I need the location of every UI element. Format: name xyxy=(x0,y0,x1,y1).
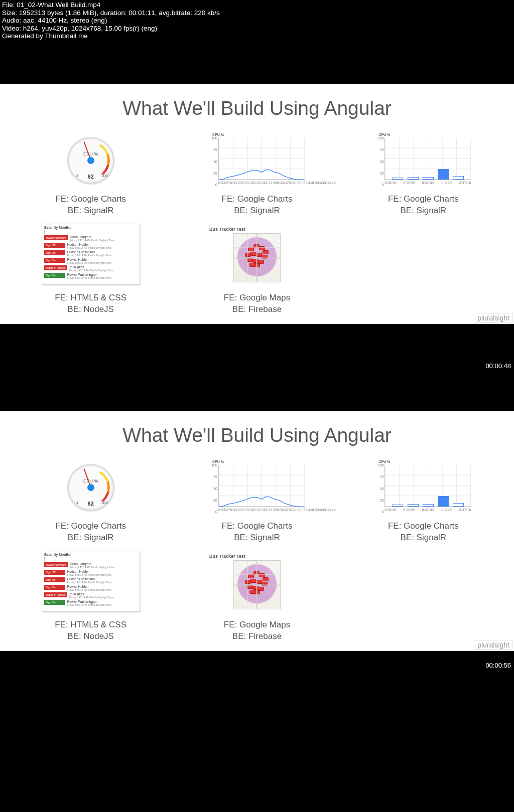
sec-badge: Invalid Password xyxy=(44,562,68,567)
gauge-value: 62 xyxy=(69,501,113,507)
chart-title: CPU % xyxy=(378,460,390,463)
bar-chart-thumbnail: CPU % 1007550250 8:3 xyxy=(348,460,499,515)
gauge-thumbnail: CPU % 0 100 62 xyxy=(15,133,166,188)
sec-sub: Friday 3:45:14 AM Pacific Daylight Time xyxy=(69,269,113,272)
sec-name: Hudson Presholton xyxy=(67,577,111,581)
gauge-label: CPU % xyxy=(69,151,113,156)
gauge-icon: CPU % 0 100 62 xyxy=(67,137,114,184)
map-thumbnail: Bus Tracker Test xyxy=(181,549,332,613)
card-fe-label: FE: Google Charts xyxy=(15,521,166,532)
line-chart: CPU % 1007550250 8:33:278:33:298:33:318:… xyxy=(207,134,307,187)
slide-title: What We'll Build Using Angular xyxy=(15,424,499,446)
meta-video: Video: h264, yuv420p, 1024x768, 15.00 fp… xyxy=(2,25,512,33)
sec-badge: Illegal IP Access xyxy=(44,592,67,597)
sec-select xyxy=(44,230,64,234)
video-metadata: File: 01_02-What Well Build.mp4 Size: 19… xyxy=(0,0,514,40)
sec-sub: Friday 3:45:14 AM Pacific Daylight Time xyxy=(70,566,114,569)
gauge-thumbnail: CPU % 0 100 62 xyxy=(15,460,166,515)
sec-sub: Friday 3:45:14 AM Pacific Daylight Time xyxy=(67,261,111,264)
line-chart-thumbnail: CPU % 1007550250 8:33:278:33:298:33:318:… xyxy=(181,460,332,515)
sec-name: Rowan Watherington xyxy=(67,273,111,276)
chart-title: CPU % xyxy=(212,133,224,136)
gauge-icon: CPU % 0 100 62 xyxy=(67,464,114,511)
map-title: Bus Tracker Test xyxy=(209,227,305,232)
card-be-label: BE: NodeJS xyxy=(15,631,166,642)
card-fe-label: FE: HTML5 & CSS xyxy=(15,292,166,304)
sec-badge: Sign On xyxy=(44,258,65,263)
map-icon xyxy=(233,560,281,609)
sec-title: Security Monitor xyxy=(44,226,138,229)
timestamp: 00:00:48 xyxy=(485,362,511,370)
chart-title: CPU % xyxy=(378,133,390,136)
sec-name: Rowan Holden xyxy=(67,585,111,588)
card-fe-label: FE: Google Charts xyxy=(15,194,166,205)
watermark: pluralsight xyxy=(474,313,513,323)
sec-select xyxy=(44,557,64,561)
demo-bar-card: CPU % 1007550250 8:3 xyxy=(348,133,499,217)
security-monitor: Security Monitor Invalid PasswordDean Lo… xyxy=(42,224,140,285)
spacer xyxy=(0,40,514,84)
slide-frame: What We'll Build Using Angular CPU % 0 1… xyxy=(0,84,514,324)
chart-title: CPU % xyxy=(212,460,224,463)
demo-bar-card: CPU % 1007550250 8:3 xyxy=(348,460,499,544)
sec-badge: Sign Off xyxy=(44,243,65,248)
card-fe-label: FE: Google Charts xyxy=(181,521,332,532)
sec-sub: Friday 3:45:14 AM Pacific Daylight Time xyxy=(67,276,111,279)
map-thumbnail: Bus Tracker Test xyxy=(181,222,332,286)
sec-sub: Friday 3:45:14 AM Pacific Daylight Time xyxy=(67,254,111,257)
sec-badge: Sign On xyxy=(44,585,65,590)
demo-grid: CPU % 0 100 62 FE: Google Charts BE: Sig… xyxy=(15,133,499,316)
map-icon xyxy=(233,233,281,282)
bar-chart: CPU % 1007550250 8:3 xyxy=(373,134,473,187)
line-chart: CPU % 1007550250 8:33:278:33:298:33:318:… xyxy=(207,461,307,514)
sec-sub: Friday 3:45:14 AM Pacific Daylight Time xyxy=(67,581,111,584)
card-be-label: BE: Firebase xyxy=(181,304,332,315)
demo-map-card: Bus Tracker Test xyxy=(181,222,332,315)
sec-badge: Invalid Password xyxy=(44,235,68,240)
bus-tracker: Bus Tracker Test xyxy=(209,227,305,282)
sec-badge: Sign On xyxy=(44,600,65,605)
card-fe-label: FE: Google Charts xyxy=(181,194,332,205)
sec-title: Security Monitor xyxy=(44,553,138,556)
security-thumbnail: Security Monitor Invalid PasswordDean Lo… xyxy=(15,222,166,286)
sec-sub: Friday 3:45:14 AM Pacific Daylight Time xyxy=(67,588,111,591)
sec-badge: Sign Off xyxy=(44,250,65,255)
security-monitor: Security Monitor Invalid PasswordDean Lo… xyxy=(42,551,140,612)
card-be-label: BE: SignalR xyxy=(348,205,499,217)
card-be-label: BE: NodeJS xyxy=(15,304,166,315)
watermark: pluralsight xyxy=(474,640,513,650)
sec-sub: Friday 3:45:14 AM Pacific Daylight Time xyxy=(67,573,111,576)
frame-divider: 00:00:48 xyxy=(0,324,514,411)
card-fe-label: FE: Google Charts xyxy=(348,194,499,205)
sec-badge: Sign Off xyxy=(44,570,65,575)
card-be-label: BE: Firebase xyxy=(181,631,332,642)
sec-badge: Sign On xyxy=(44,273,65,278)
demo-gauge-card: CPU % 0 100 62 FE: Google Charts BE: Sig… xyxy=(15,460,166,544)
slide-title: What We'll Build Using Angular xyxy=(15,97,499,119)
frame-footer: 00:00:56 xyxy=(0,651,514,671)
card-be-label: BE: SignalR xyxy=(181,205,332,217)
sec-badge: Sign Off xyxy=(44,577,65,582)
card-fe-label: FE: Google Charts xyxy=(348,521,499,532)
demo-line-card: CPU % 1007550250 8:33:278:33:298:33:318:… xyxy=(181,133,332,217)
sec-name: Jada Atlas xyxy=(69,265,113,269)
security-thumbnail: Security Monitor Invalid PasswordDean Lo… xyxy=(15,549,166,613)
timestamp: 00:00:56 xyxy=(485,662,511,669)
card-be-label: BE: SignalR xyxy=(15,532,166,544)
card-be-label: BE: SignalR xyxy=(181,532,332,544)
sec-badge: Illegal IP Access xyxy=(44,265,67,270)
sec-sub: Friday 3:45:14 AM Pacific Daylight Time xyxy=(69,596,113,599)
sec-name: Dean Longford xyxy=(70,562,114,566)
sec-name: Dean Longford xyxy=(70,235,114,239)
sec-name: Hudson Presholton xyxy=(67,250,111,254)
empty-cell xyxy=(348,222,499,315)
sec-name: Rowan Holden xyxy=(67,258,111,261)
card-be-label: BE: SignalR xyxy=(348,532,499,544)
map-title: Bus Tracker Test xyxy=(209,554,305,559)
demo-security-card: Security Monitor Invalid PasswordDean Lo… xyxy=(15,222,166,315)
slide-frame: What We'll Build Using Angular CPU % 0 1… xyxy=(0,411,514,651)
empty-cell xyxy=(348,549,499,642)
demo-grid: CPU % 0 100 62 FE: Google Charts BE: Sig… xyxy=(15,460,499,643)
sec-name: Hudson Holden xyxy=(67,243,111,246)
demo-gauge-card: CPU % 0 100 62 FE: Google Charts BE: Sig… xyxy=(15,133,166,217)
